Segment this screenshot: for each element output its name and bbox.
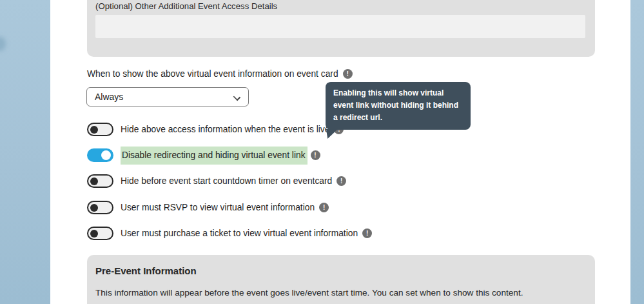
pre-event-description: This information will appear before the … <box>95 288 523 298</box>
toggle-label: User must purchase a ticket to view virt… <box>121 228 358 238</box>
optional-details-label: (Optional) Other Additional Event Access… <box>95 1 277 11</box>
background-shape <box>0 37 6 51</box>
toggle-knob <box>101 150 111 160</box>
toggle-row-hide-access: Hide above access information when the e… <box>87 123 344 136</box>
info-icon[interactable]: ! <box>343 69 353 79</box>
toggle-label: Hide before event start countdown timer … <box>121 176 332 186</box>
toggle-knob <box>90 126 98 134</box>
toggle-switch[interactable] <box>87 148 113 162</box>
pre-event-title: Pre-Event Information <box>95 265 197 276</box>
toggle-switch[interactable] <box>87 174 113 188</box>
toggle-row-rsvp: User must RSVP to view virtual event inf… <box>87 201 329 214</box>
info-icon[interactable]: ! <box>311 150 320 160</box>
toggle-knob <box>90 177 98 185</box>
toggle-label: User must RSVP to view virtual event inf… <box>121 203 315 212</box>
info-icon[interactable]: ! <box>319 203 329 212</box>
toggle-switch[interactable] <box>87 123 113 136</box>
chevron-down-icon <box>233 94 240 101</box>
additional-access-section: (Optional) Other Additional Event Access… <box>87 0 595 57</box>
toggle-label: Disable redirecting and hiding virtual e… <box>121 147 307 165</box>
toggle-knob <box>90 204 98 212</box>
pre-event-section: Pre-Event Information This information w… <box>87 255 595 304</box>
show-on-card-row: When to show the above virtual event inf… <box>87 69 353 79</box>
toggle-row-ticket: User must purchase a ticket to view virt… <box>87 227 372 240</box>
toggle-switch[interactable] <box>87 201 113 214</box>
toggle-row-hide-countdown: Hide before event start countdown timer … <box>87 174 346 188</box>
info-icon[interactable]: ! <box>362 228 372 238</box>
show-on-card-label: When to show the above virtual event inf… <box>87 69 338 79</box>
select-value: Always <box>95 92 123 102</box>
content-panel: (Optional) Other Additional Event Access… <box>50 0 630 304</box>
toggle-switch[interactable] <box>87 227 113 240</box>
toggle-label: Hide above access information when the e… <box>121 125 329 134</box>
optional-details-input[interactable] <box>95 15 585 38</box>
show-on-card-select[interactable]: Always <box>86 87 249 106</box>
toggle-knob <box>90 230 98 238</box>
toggle-row-disable-redirect: Disable redirecting and hiding virtual e… <box>87 148 320 162</box>
tooltip: Enabling this will show virtual event li… <box>326 82 471 130</box>
info-icon[interactable]: ! <box>337 176 346 186</box>
tooltip-text: Enabling this will show virtual event li… <box>333 87 463 124</box>
